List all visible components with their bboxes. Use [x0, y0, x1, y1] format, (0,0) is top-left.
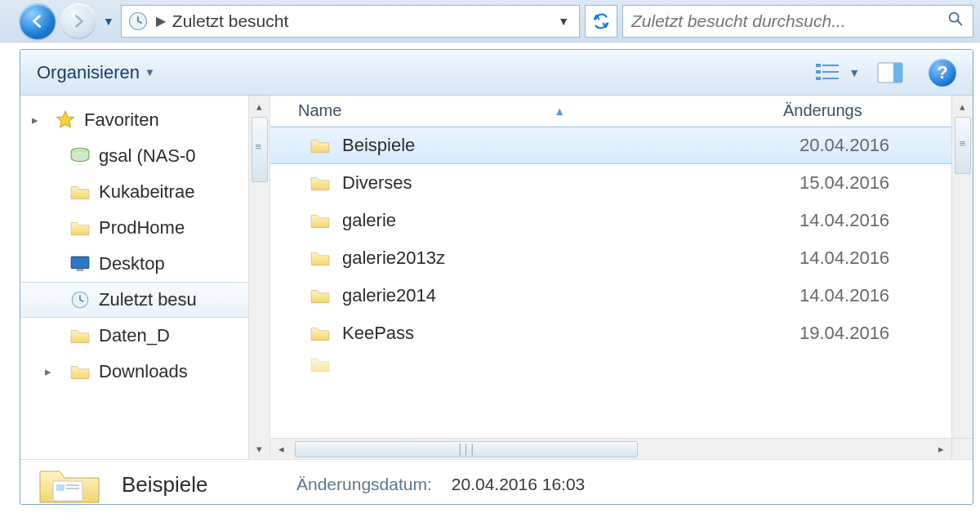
collapse-icon[interactable]: ▸ [32, 113, 38, 127]
scrollbar-corner [951, 438, 973, 459]
svg-rect-2 [816, 64, 821, 67]
vertical-scrollbar[interactable]: ▴ ▾ [951, 96, 973, 459]
navigation-pane: ▸ Favoriten gsal (NAS-0 Kukabeitrae Prod… [20, 96, 270, 459]
file-row[interactable]: Diverses 15.04.2016 [270, 164, 973, 202]
search-input[interactable] [631, 11, 940, 31]
svg-rect-16 [66, 484, 79, 486]
sort-ascending-icon: ▲ [554, 105, 565, 118]
sidebar-item[interactable]: ProdHome [20, 210, 270, 246]
sidebar-item-label: Downloads [99, 361, 188, 382]
file-row[interactable]: Beispiele 20.04.2016 [270, 127, 973, 164]
sidebar-item-label: gsal (NAS-0 [99, 145, 196, 167]
sidebar-item[interactable]: Desktop [20, 246, 270, 282]
file-name: galerie2013z [342, 248, 800, 269]
sidebar-item[interactable]: ▸ Downloads [20, 354, 270, 390]
sidebar-item-label: Zuletzt besu [99, 289, 197, 310]
sidebar-item-label: Daten_D [99, 325, 170, 346]
favorites-group[interactable]: ▸ Favoriten [20, 102, 270, 138]
scroll-down-icon[interactable]: ▾ [249, 438, 270, 459]
scroll-left-icon[interactable]: ◂ [270, 439, 292, 459]
svg-rect-11 [71, 256, 89, 268]
svg-rect-5 [822, 71, 839, 73]
sidebar-scrollbar[interactable]: ▴ ▾ [248, 96, 270, 459]
help-button[interactable]: ? [929, 59, 956, 87]
folder-icon [310, 323, 331, 344]
details-view-icon [815, 62, 841, 83]
folder-icon [310, 210, 331, 231]
svg-rect-3 [822, 65, 839, 66]
folder-icon [310, 172, 331, 194]
file-row[interactable]: KeePass 19.04.2016 [270, 314, 973, 352]
scroll-thumb[interactable] [955, 117, 971, 174]
explorer-frame: Organisieren ▼ ▼ ? ▸ [20, 49, 973, 505]
favorites-label: Favoriten [84, 109, 159, 131]
details-pane: Beispiele Änderungsdatum: 20.04.2016 16:… [20, 460, 973, 505]
details-date-label: Änderungsdatum: [296, 475, 432, 494]
sidebar-item-label: Kukabeitrae [99, 181, 194, 203]
history-dropdown[interactable]: ▼ [101, 15, 116, 28]
forward-button[interactable] [60, 3, 96, 39]
refresh-button[interactable] [585, 5, 617, 38]
breadcrumb-location[interactable]: Zuletzt besucht [172, 11, 288, 31]
column-name[interactable]: Name ▲ [298, 101, 780, 120]
file-name: galerie2014 [342, 285, 800, 306]
sidebar-item[interactable]: Kukabeitrae [20, 174, 270, 210]
folder-icon [310, 354, 331, 375]
folder-icon [69, 325, 91, 346]
file-name: Beispiele [342, 135, 800, 156]
scroll-right-icon[interactable]: ▸ [930, 439, 951, 459]
file-row[interactable]: galerie2013z 14.04.2016 [270, 239, 973, 277]
view-options-button[interactable] [809, 56, 847, 89]
file-rows: Beispiele 20.04.2016 Diverses 15.04.2016… [270, 127, 973, 377]
preview-pane-icon [877, 62, 903, 83]
search-icon[interactable] [940, 10, 964, 32]
file-row[interactable]: galerie2014 14.04.2016 [270, 277, 973, 314]
folder-icon [310, 248, 331, 269]
arrow-left-icon [29, 12, 47, 30]
view-dropdown[interactable]: ▼ [847, 66, 862, 79]
address-bar[interactable]: ▶ Zuletzt besucht ▼ [121, 5, 580, 38]
column-date[interactable]: Änderungs [780, 101, 973, 120]
address-dropdown[interactable]: ▼ [553, 15, 574, 28]
folder-icon [310, 135, 331, 156]
sidebar-item[interactable]: Daten_D [20, 318, 270, 354]
toolbar: Organisieren ▼ ▼ ? [20, 50, 973, 96]
preview-pane-button[interactable] [871, 56, 909, 89]
chevron-down-icon: ▼ [145, 66, 155, 78]
file-list: Name ▲ Änderungs Beispiele 20.04.2016 Di… [270, 96, 973, 459]
svg-rect-17 [66, 488, 79, 489]
folder-icon [69, 217, 91, 239]
file-date: 19.04.2016 [800, 323, 889, 344]
organize-button[interactable]: Organisieren ▼ [37, 62, 155, 83]
search-box[interactable] [622, 5, 973, 38]
folder-icon [69, 361, 91, 382]
file-row[interactable]: galerie 14.04.2016 [270, 202, 973, 239]
expand-icon[interactable]: ▸ [45, 364, 51, 379]
breadcrumb-separator-icon: ▶ [156, 13, 166, 29]
scroll-up-icon[interactable]: ▴ [952, 96, 973, 117]
horizontal-scrollbar[interactable]: ◂ │││ ▸ [270, 438, 951, 459]
file-row[interactable] [270, 352, 973, 377]
folder-large-icon [37, 463, 102, 505]
file-name: KeePass [342, 323, 800, 344]
details-title: Beispiele [122, 472, 277, 497]
svg-rect-15 [56, 484, 65, 491]
back-button[interactable] [20, 3, 56, 39]
svg-rect-7 [822, 78, 839, 79]
sidebar-item[interactable]: gsal (NAS-0 [20, 138, 270, 174]
recent-places-icon [69, 289, 91, 310]
refresh-icon [592, 12, 610, 30]
help-icon: ? [937, 62, 947, 83]
details-date-value: 20.04.2016 16:03 [452, 475, 586, 494]
navigation-bar: ▼ ▶ Zuletzt besucht ▼ [0, 0, 980, 42]
column-headers: Name ▲ Änderungs [270, 96, 973, 127]
scroll-thumb[interactable] [252, 117, 268, 182]
scroll-up-icon[interactable]: ▴ [249, 96, 270, 117]
folder-icon [310, 285, 331, 306]
scroll-thumb[interactable]: │││ [295, 441, 638, 457]
folder-icon [69, 181, 91, 203]
desktop-icon [69, 253, 91, 274]
organize-label: Organisieren [37, 62, 140, 83]
sidebar-item-selected[interactable]: Zuletzt besu [20, 282, 270, 318]
svg-point-1 [950, 13, 959, 22]
